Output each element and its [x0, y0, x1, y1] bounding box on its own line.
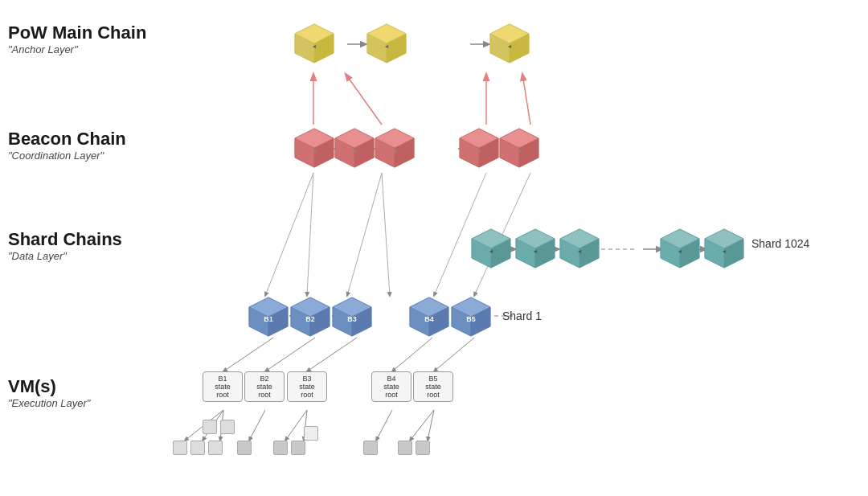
shard-main-label: Shard Chains: [8, 229, 122, 250]
svg-text:◄: ◄: [392, 148, 398, 154]
svg-text:◄: ◄: [384, 43, 390, 49]
svg-text:◄: ◄: [352, 148, 358, 154]
shard1024-label: Shard 1024: [751, 237, 809, 250]
svg-line-7: [382, 173, 390, 296]
svg-line-5: [307, 173, 313, 296]
beacon-main-label: Beacon Chain: [8, 129, 126, 150]
small-sq-2: [190, 441, 205, 455]
shard1-b3: B3: [331, 296, 373, 341]
small-sq-8: [363, 441, 378, 455]
small-sq-5: [273, 441, 288, 455]
shard1024-cube-1: ◄: [470, 228, 512, 269]
svg-text:B1: B1: [264, 315, 273, 323]
shard1024-cube-3: ◄: [559, 228, 600, 269]
svg-line-10: [223, 338, 273, 371]
small-sq-1: [173, 441, 187, 455]
svg-line-13: [392, 338, 432, 371]
vm-b4-box: B4 state root: [371, 371, 411, 402]
svg-text:◄: ◄: [507, 43, 513, 49]
vm-main-label: VM(s): [8, 376, 90, 397]
svg-line-21: [376, 410, 392, 441]
pow-cube-1: ◄: [293, 23, 335, 64]
svg-line-12: [307, 338, 357, 371]
beacon-cube-1: ◄: [293, 127, 335, 169]
svg-text:◄: ◄: [489, 248, 494, 254]
pow-cube-3: ◄: [489, 23, 530, 64]
svg-text:◄: ◄: [722, 248, 727, 254]
pow-label: PoW Main Chain "Anchor Layer": [8, 23, 146, 55]
svg-line-3: [522, 74, 530, 125]
shard1-b5: B5: [450, 296, 492, 341]
svg-text:◄: ◄: [577, 248, 583, 254]
shard1-b2: B2: [289, 296, 331, 341]
small-sq-4: [237, 441, 252, 455]
beacon-cube-5: ◄: [498, 127, 540, 169]
pow-main-label: PoW Main Chain: [8, 23, 146, 43]
vm-b1-box: B1 state root: [203, 371, 243, 402]
svg-text:B2: B2: [305, 315, 315, 323]
shard1-b1: B1: [248, 296, 289, 341]
shard1024-cube-4: ◄: [659, 228, 701, 269]
shard1024-cube-2: ◄: [514, 228, 556, 269]
shard1024-cube-5: ◄: [703, 228, 745, 269]
svg-line-11: [265, 338, 315, 371]
vm-b3-box: B3 state root: [287, 371, 327, 402]
svg-text:◄: ◄: [533, 248, 538, 254]
svg-line-14: [434, 338, 474, 371]
pow-sub-label: "Anchor Layer": [8, 43, 146, 55]
shard-sub-label: "Data Layer": [8, 250, 122, 262]
svg-text:◄: ◄: [678, 248, 683, 254]
beacon-cube-3: ◄: [374, 127, 416, 169]
shard1-label: Shard 1: [502, 309, 542, 322]
svg-line-4: [265, 173, 313, 296]
small-sq-7: [304, 426, 318, 441]
connector-sq-2: [220, 420, 235, 434]
small-sq-9: [398, 441, 412, 455]
svg-line-23: [428, 410, 434, 441]
svg-line-22: [410, 410, 434, 441]
vm-b5-box: B5 state root: [413, 371, 453, 402]
beacon-label: Beacon Chain "Coordination Layer": [8, 129, 126, 162]
vm-b2-box: B2 state root: [244, 371, 285, 402]
diagram-container: PoW Main Chain "Anchor Layer" Beacon Cha…: [0, 0, 868, 496]
svg-line-6: [347, 173, 382, 296]
svg-text:◄: ◄: [312, 43, 317, 49]
beacon-sub-label: "Coordination Layer": [8, 150, 126, 162]
svg-line-1: [346, 74, 382, 125]
beacon-cube-2: ◄: [334, 127, 375, 169]
vm-label: VM(s) "Execution Layer": [8, 376, 90, 409]
small-sq-6: [291, 441, 305, 455]
svg-text:◄: ◄: [477, 148, 482, 154]
svg-line-18: [249, 410, 265, 441]
small-sq-3: [208, 441, 223, 455]
svg-text:B5: B5: [466, 315, 476, 323]
pow-cube-2: ◄: [366, 23, 407, 64]
svg-text:◄: ◄: [312, 148, 317, 154]
svg-text:B4: B4: [424, 315, 434, 323]
svg-text:B3: B3: [347, 315, 357, 323]
shard-label: Shard Chains "Data Layer": [8, 229, 122, 262]
connector-sq-1: [203, 420, 217, 434]
shard1-b4: B4: [408, 296, 450, 341]
svg-text:◄: ◄: [517, 148, 522, 154]
small-sq-10: [416, 441, 430, 455]
beacon-cube-4: ◄: [458, 127, 500, 169]
vm-sub-label: "Execution Layer": [8, 397, 90, 409]
